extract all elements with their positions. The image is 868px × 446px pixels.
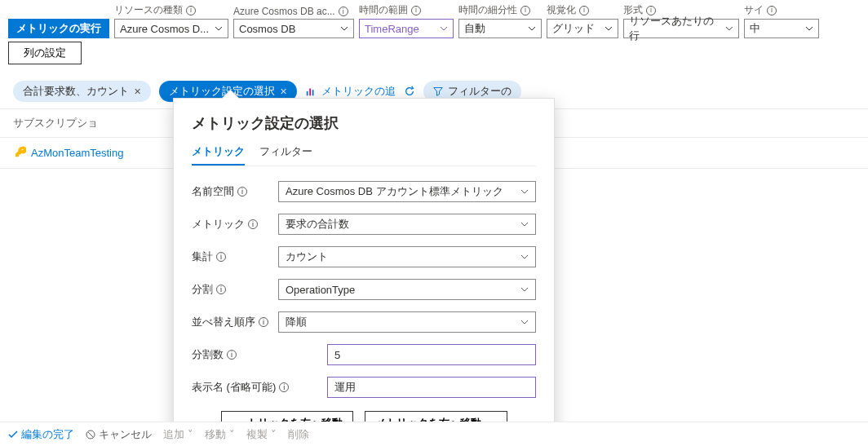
top-filter-bar: メトリックの実行 リソースの種類iAzure Cosmos D...Azure …: [0, 0, 868, 38]
info-icon[interactable]: i: [216, 252, 226, 262]
tab-metric[interactable]: メトリック: [192, 144, 245, 166]
info-icon[interactable]: i: [237, 187, 247, 197]
filter-col-6: サイi中: [744, 3, 819, 38]
filter-col-4: 視覚化iグリッド: [547, 3, 618, 38]
metric-label: メトリックi: [192, 217, 278, 232]
popup-title: メトリック設定の選択: [192, 113, 536, 133]
chevron-down-icon: [520, 253, 529, 261]
filter-dropdown[interactable]: Cosmos DB: [233, 19, 354, 38]
filter-dropdown[interactable]: グリッド: [547, 19, 618, 38]
column-settings-row: 列の設定: [0, 38, 868, 68]
namespace-label: 名前空間i: [192, 184, 278, 199]
popup-tabs: メトリック フィルター: [192, 144, 536, 166]
splitcount-label: 分割数i: [192, 347, 327, 362]
svg-rect-2: [312, 90, 314, 95]
info-icon[interactable]: i: [279, 382, 289, 392]
chevron-down-icon: [520, 188, 529, 196]
filter-col-3: 時間の細分性i自動: [458, 3, 542, 38]
done-editing-button[interactable]: 編集の完了: [8, 427, 74, 442]
filter-col-5: 形式iリソースあたりの行: [623, 3, 739, 38]
filter-label: 時間の細分性i: [458, 3, 542, 17]
displayname-input[interactable]: [327, 377, 536, 398]
info-icon[interactable]: i: [411, 6, 421, 15]
bar-chart-icon: [305, 86, 317, 97]
svg-rect-1: [309, 89, 311, 96]
filter-col-2: 時間の範囲iTimeRange: [359, 3, 454, 38]
filter-dropdown[interactable]: Azure Cosmos D...: [114, 19, 228, 38]
chevron-down-icon: [520, 220, 529, 228]
close-icon[interactable]: ✕: [134, 86, 141, 97]
run-metrics-button[interactable]: メトリックの実行: [8, 19, 109, 38]
filter-col-0: リソースの種類iAzure Cosmos D...: [114, 3, 228, 38]
key-icon: [15, 146, 26, 160]
tab-filter[interactable]: フィルター: [259, 144, 312, 166]
filter-dropdown[interactable]: リソースあたりの行: [623, 19, 739, 38]
chevron-down-icon: [440, 24, 448, 33]
refresh-button[interactable]: [404, 86, 415, 97]
chevron-down-icon: [215, 24, 223, 33]
splitcount-input[interactable]: [327, 344, 536, 365]
chevron-down-icon: [528, 24, 536, 33]
displayname-label: 表示名 (省略可能)i: [192, 380, 327, 395]
close-icon[interactable]: ✕: [280, 86, 287, 97]
svg-rect-0: [307, 91, 308, 95]
filter-dropdown[interactable]: TimeRange: [359, 19, 454, 38]
info-icon[interactable]: i: [186, 6, 196, 15]
chevron-down-icon: [604, 24, 613, 33]
filter-col-1: Azure Cosmos DB ac...iCosmos DB: [233, 6, 354, 38]
filter-dropdown[interactable]: 自動: [458, 19, 542, 38]
aggregation-dropdown[interactable]: カウント: [278, 246, 536, 267]
metric-dropdown[interactable]: 要求の合計数: [278, 214, 536, 235]
info-icon[interactable]: i: [216, 285, 226, 294]
filter-label: 時間の範囲i: [359, 3, 454, 17]
column-settings-button[interactable]: 列の設定: [8, 42, 82, 64]
info-icon[interactable]: i: [248, 219, 258, 229]
info-icon[interactable]: i: [520, 6, 530, 15]
pill-total-requests[interactable]: 合計要求数、カウント ✕: [13, 81, 151, 102]
split-label: 分割i: [192, 282, 278, 297]
chevron-down-icon: [520, 285, 529, 294]
pill-label: フィルターの: [448, 84, 512, 99]
refresh-icon: [404, 86, 415, 97]
cancel-button[interactable]: キャンセル: [86, 427, 152, 442]
chevron-down-icon: [340, 24, 348, 33]
filter-label: 視覚化i: [547, 3, 618, 17]
split-dropdown[interactable]: OperationType: [278, 279, 536, 300]
filter-dropdown[interactable]: 中: [744, 19, 819, 38]
ghost-add: 追加 ˅: [163, 427, 193, 442]
ghost-delete: 削除: [288, 427, 309, 442]
chevron-down-icon: [805, 24, 813, 33]
filter-label: リソースの種類i: [114, 3, 228, 17]
chevron-down-icon: [520, 318, 529, 326]
pill-label: 合計要求数、カウント: [23, 84, 129, 99]
namespace-dropdown[interactable]: Azure Cosmos DB アカウント標準メトリック: [278, 181, 536, 202]
link-label: メトリックの追: [321, 84, 396, 99]
metric-settings-popup: メトリック設定の選択 メトリック フィルター 名前空間i Azure Cosmo…: [173, 98, 555, 446]
info-icon[interactable]: i: [767, 6, 777, 15]
filter-label: サイi: [744, 3, 819, 17]
info-icon[interactable]: i: [579, 6, 589, 15]
filter-label: Azure Cosmos DB ac...i: [233, 6, 354, 17]
info-icon[interactable]: i: [339, 7, 348, 16]
filter-add-icon: [433, 86, 443, 96]
chevron-down-icon: [725, 24, 733, 33]
info-icon[interactable]: i: [259, 317, 268, 327]
sort-label: 並べ替え順序i: [192, 315, 278, 329]
pill-label: メトリック設定の選択: [169, 84, 275, 99]
cancel-icon: [86, 430, 95, 439]
subscription-column-header: サブスクリプショ: [13, 116, 98, 130]
ghost-move: 移動 ˅: [205, 427, 235, 442]
subscription-name-link[interactable]: AzMonTeamTesting: [31, 147, 123, 159]
sort-dropdown[interactable]: 降順: [278, 311, 536, 333]
aggregation-label: 集計i: [192, 249, 278, 264]
ghost-clone: 複製 ˅: [246, 427, 277, 442]
bottom-toolbar: 編集の完了 キャンセル 追加 ˅ 移動 ˅ 複製 ˅ 削除: [0, 422, 868, 446]
add-metric-link[interactable]: メトリックの追: [305, 84, 396, 99]
check-icon: [8, 430, 18, 439]
info-icon[interactable]: i: [227, 350, 237, 360]
